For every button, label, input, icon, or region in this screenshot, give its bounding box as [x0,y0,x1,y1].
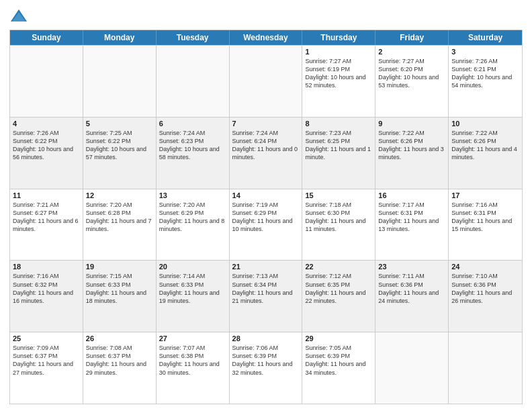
day-number: 17 [451,191,519,199]
cal-cell-8: 8Sunrise: 7:23 AM Sunset: 6:25 PM Daylig… [302,118,375,189]
cal-cell-11: 11Sunrise: 7:21 AM Sunset: 6:27 PM Dayli… [10,189,83,261]
day-number: 14 [232,191,300,199]
day-info: Sunrise: 7:13 AM Sunset: 6:34 PM Dayligh… [232,272,300,305]
calendar-header-row: SundayMondayTuesdayWednesdayThursdayFrid… [10,30,522,45]
cal-cell-13: 13Sunrise: 7:20 AM Sunset: 6:29 PM Dayli… [157,189,230,261]
day-info: Sunrise: 7:27 AM Sunset: 6:20 PM Dayligh… [378,57,445,90]
cal-cell-19: 19Sunrise: 7:15 AM Sunset: 6:33 PM Dayli… [83,261,157,332]
day-number: 11 [13,191,80,199]
cal-cell-empty [449,332,522,404]
day-info: Sunrise: 7:14 AM Sunset: 6:33 PM Dayligh… [159,272,226,305]
cal-cell-5: 5Sunrise: 7:25 AM Sunset: 6:22 PM Daylig… [83,118,157,189]
day-info: Sunrise: 7:09 AM Sunset: 6:37 PM Dayligh… [13,344,80,377]
day-info: Sunrise: 7:23 AM Sunset: 6:25 PM Dayligh… [305,129,372,162]
calendar: SundayMondayTuesdayWednesdayThursdayFrid… [9,30,523,404]
cal-cell-empty [157,46,230,117]
logo-icon [9,7,28,26]
cal-cell-1: 1Sunrise: 7:27 AM Sunset: 6:19 PM Daylig… [302,46,375,117]
cal-cell-12: 12Sunrise: 7:20 AM Sunset: 6:28 PM Dayli… [83,189,157,261]
day-number: 4 [13,120,80,128]
day-number: 24 [451,263,519,271]
cal-cell-22: 22Sunrise: 7:12 AM Sunset: 6:35 PM Dayli… [302,261,375,332]
cal-week-4: 18Sunrise: 7:16 AM Sunset: 6:32 PM Dayli… [10,260,522,332]
day-info: Sunrise: 7:15 AM Sunset: 6:33 PM Dayligh… [86,272,153,305]
cal-cell-25: 25Sunrise: 7:09 AM Sunset: 6:37 PM Dayli… [10,332,83,404]
day-number: 29 [305,334,372,342]
day-info: Sunrise: 7:10 AM Sunset: 6:36 PM Dayligh… [451,272,519,305]
day-number: 28 [232,334,300,342]
day-info: Sunrise: 7:24 AM Sunset: 6:24 PM Dayligh… [232,129,300,162]
cal-cell-empty [83,46,157,117]
cal-cell-3: 3Sunrise: 7:26 AM Sunset: 6:21 PM Daylig… [449,46,522,117]
cal-cell-17: 17Sunrise: 7:16 AM Sunset: 6:31 PM Dayli… [449,189,522,261]
cal-cell-empty [230,46,303,117]
day-number: 6 [159,120,226,128]
cal-cell-15: 15Sunrise: 7:18 AM Sunset: 6:30 PM Dayli… [302,189,375,261]
day-number: 25 [13,334,80,342]
day-number: 7 [232,120,300,128]
cal-cell-20: 20Sunrise: 7:14 AM Sunset: 6:33 PM Dayli… [157,261,230,332]
calendar-body: 1Sunrise: 7:27 AM Sunset: 6:19 PM Daylig… [10,45,522,404]
day-info: Sunrise: 7:26 AM Sunset: 6:22 PM Dayligh… [13,129,80,162]
cal-cell-27: 27Sunrise: 7:07 AM Sunset: 6:38 PM Dayli… [157,332,230,404]
day-info: Sunrise: 7:07 AM Sunset: 6:38 PM Dayligh… [159,344,226,377]
day-number: 2 [378,48,445,56]
cal-header-cell-sunday: Sunday [10,30,83,45]
day-number: 12 [86,191,153,199]
cal-week-3: 11Sunrise: 7:21 AM Sunset: 6:27 PM Dayli… [10,189,522,261]
day-number: 23 [378,263,445,271]
cal-week-1: 1Sunrise: 7:27 AM Sunset: 6:19 PM Daylig… [10,45,522,117]
page: SundayMondayTuesdayWednesdayThursdayFrid… [0,0,532,411]
cal-week-5: 25Sunrise: 7:09 AM Sunset: 6:37 PM Dayli… [10,332,522,404]
cal-cell-14: 14Sunrise: 7:19 AM Sunset: 6:29 PM Dayli… [230,189,303,261]
day-info: Sunrise: 7:25 AM Sunset: 6:22 PM Dayligh… [86,129,153,162]
day-info: Sunrise: 7:22 AM Sunset: 6:26 PM Dayligh… [378,129,445,162]
cal-cell-2: 2Sunrise: 7:27 AM Sunset: 6:20 PM Daylig… [375,46,449,117]
day-info: Sunrise: 7:16 AM Sunset: 6:32 PM Dayligh… [13,272,80,305]
cal-cell-7: 7Sunrise: 7:24 AM Sunset: 6:24 PM Daylig… [230,118,303,189]
day-info: Sunrise: 7:19 AM Sunset: 6:29 PM Dayligh… [232,201,300,234]
cal-cell-10: 10Sunrise: 7:22 AM Sunset: 6:26 PM Dayli… [449,118,522,189]
cal-header-cell-thursday: Thursday [302,30,375,45]
cal-header-cell-saturday: Saturday [449,30,522,45]
day-info: Sunrise: 7:20 AM Sunset: 6:29 PM Dayligh… [159,201,226,234]
cal-cell-28: 28Sunrise: 7:06 AM Sunset: 6:39 PM Dayli… [230,332,303,404]
day-info: Sunrise: 7:08 AM Sunset: 6:37 PM Dayligh… [86,344,153,377]
day-number: 26 [86,334,153,342]
cal-cell-18: 18Sunrise: 7:16 AM Sunset: 6:32 PM Dayli… [10,261,83,332]
cal-cell-21: 21Sunrise: 7:13 AM Sunset: 6:34 PM Dayli… [230,261,303,332]
cal-header-cell-tuesday: Tuesday [157,30,230,45]
day-number: 16 [378,191,445,199]
day-number: 18 [13,263,80,271]
day-info: Sunrise: 7:11 AM Sunset: 6:36 PM Dayligh… [378,272,445,305]
cal-cell-4: 4Sunrise: 7:26 AM Sunset: 6:22 PM Daylig… [10,118,83,189]
day-info: Sunrise: 7:27 AM Sunset: 6:19 PM Dayligh… [305,57,372,90]
day-info: Sunrise: 7:05 AM Sunset: 6:39 PM Dayligh… [305,344,372,377]
cal-cell-6: 6Sunrise: 7:24 AM Sunset: 6:23 PM Daylig… [157,118,230,189]
day-info: Sunrise: 7:21 AM Sunset: 6:27 PM Dayligh… [13,201,80,234]
day-number: 3 [451,48,519,56]
cal-cell-24: 24Sunrise: 7:10 AM Sunset: 6:36 PM Dayli… [449,261,522,332]
day-number: 27 [159,334,226,342]
day-number: 21 [232,263,300,271]
cal-week-2: 4Sunrise: 7:26 AM Sunset: 6:22 PM Daylig… [10,117,522,189]
cal-cell-23: 23Sunrise: 7:11 AM Sunset: 6:36 PM Dayli… [375,261,449,332]
cal-header-cell-monday: Monday [83,30,157,45]
day-number: 5 [86,120,153,128]
cal-cell-16: 16Sunrise: 7:17 AM Sunset: 6:31 PM Dayli… [375,189,449,261]
day-number: 20 [159,263,226,271]
day-info: Sunrise: 7:16 AM Sunset: 6:31 PM Dayligh… [451,201,519,234]
day-number: 1 [305,48,372,56]
day-number: 19 [86,263,153,271]
day-number: 8 [305,120,372,128]
day-number: 10 [451,120,519,128]
day-info: Sunrise: 7:22 AM Sunset: 6:26 PM Dayligh… [451,129,519,162]
day-number: 9 [378,120,445,128]
day-info: Sunrise: 7:12 AM Sunset: 6:35 PM Dayligh… [305,272,372,305]
day-info: Sunrise: 7:26 AM Sunset: 6:21 PM Dayligh… [451,57,519,90]
day-info: Sunrise: 7:18 AM Sunset: 6:30 PM Dayligh… [305,201,372,234]
day-number: 15 [305,191,372,199]
day-info: Sunrise: 7:24 AM Sunset: 6:23 PM Dayligh… [159,129,226,162]
day-number: 13 [159,191,226,199]
cal-cell-empty [375,332,449,404]
